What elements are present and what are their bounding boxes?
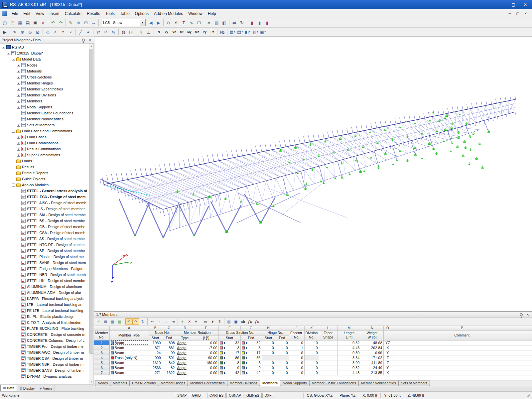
cell-comment[interactable] — [392, 350, 532, 355]
cell-division[interactable] — [304, 355, 319, 360]
undo-table-icon[interactable]: ↶ — [125, 318, 132, 325]
cell-length[interactable]: 0.82 — [337, 365, 361, 370]
rename-ab-icon[interactable]: ab — [239, 318, 246, 325]
cell-member-type[interactable]: Beam — [109, 370, 149, 375]
tree-item-kappa-flexural-buckling-analysis[interactable]: KAPPA - Flexural buckling analysis — [1, 296, 88, 302]
cell-eccentricity[interactable]: 0 — [289, 350, 304, 355]
member-row-6[interactable]: 6Beam256682Angle0.00I9I906000.8224.49Y — [94, 365, 532, 370]
zoom-window-icon[interactable]: ⊞ — [82, 19, 90, 26]
cell-eccentricity[interactable]: 1 — [289, 345, 304, 350]
results-diagram-icon[interactable]: ∿ — [188, 19, 195, 26]
export-table-icon[interactable]: ▣ — [232, 318, 239, 325]
row-up-icon[interactable]: ↑ — [156, 318, 163, 325]
header-member-no[interactable]: MemberNo. — [94, 330, 109, 340]
scroll-up-icon[interactable]: ▲ — [89, 44, 93, 48]
cell-node-end[interactable]: 881 — [162, 345, 176, 350]
result-pz-icon[interactable]: Pz — [208, 28, 216, 36]
formula-fx-icon[interactable]: ƒx — [246, 318, 253, 325]
header-member-type[interactable]: Member Type — [109, 330, 149, 340]
cell-comment[interactable] — [392, 370, 532, 375]
cell-eccentricity[interactable]: 0 — [289, 370, 304, 375]
member-row-1[interactable]: 1Beam1930808Angle0.00I32I3200000.8248.68… — [94, 340, 532, 345]
cell-rotation-type[interactable]: Angle — [176, 345, 194, 350]
cell-rotation-beta[interactable]: -7.00 — [194, 345, 218, 350]
cell-weight[interactable]: 213.85 — [361, 370, 383, 375]
collapse-icon[interactable]: − — [12, 58, 15, 61]
table-close-icon[interactable]: ✕ — [525, 313, 530, 317]
table-settings-icon[interactable]: ▥ — [225, 318, 232, 325]
collapse-icon[interactable]: − — [7, 52, 10, 55]
header-member-rotation[interactable]: Member Rotation — [176, 330, 218, 335]
mdi-restore-button[interactable]: ▢ — [514, 11, 521, 17]
cell-cs-start[interactable]: I9 — [218, 365, 240, 370]
tree-item-fe-ltb-lateral-torsional-buckling[interactable]: FE-LTB - Lateral-torsional buckling — [1, 308, 88, 314]
cell-hinge-end[interactable]: 0 — [275, 340, 289, 345]
column-letter-B[interactable]: B — [149, 326, 162, 330]
tree-item-load-combinations[interactable]: +Load Combinations — [1, 140, 88, 146]
cell-division[interactable]: 0 — [304, 350, 319, 355]
cell-orientation[interactable]: Z — [383, 355, 392, 360]
cell-hinge-start[interactable] — [262, 355, 275, 360]
maximize-button[interactable]: ▢ — [507, 1, 519, 9]
previous-load-case-icon[interactable]: ◀ — [147, 19, 155, 26]
table-tab-cross-sections[interactable]: Cross-Sections — [129, 380, 158, 386]
navigator-close-icon[interactable]: ✕ — [87, 38, 92, 42]
generate-model-icon[interactable]: ∗ — [205, 19, 213, 26]
table-tab-members[interactable]: Members — [260, 380, 280, 386]
tree-item-timber-pro-design-of-timber-me[interactable]: TIMBER Pro - Design of timber me — [1, 343, 88, 349]
status-toggle-osnap[interactable]: OSNAP — [226, 393, 243, 398]
cell-rotation-type[interactable]: Angle — [176, 350, 194, 355]
cell-member-type[interactable]: Beam — [109, 345, 149, 350]
cell-node-end[interactable]: 842 — [162, 360, 176, 365]
cell-taper-shape[interactable] — [319, 355, 337, 360]
cell-node-start[interactable]: 909 — [149, 355, 162, 360]
show-loads-icon[interactable]: ↡ — [137, 28, 145, 36]
column-letter-P[interactable]: P — [392, 326, 532, 330]
table-tab-member-hinges[interactable]: Member Hinges — [158, 380, 188, 386]
tree-item-result-combinations[interactable]: +Result Combinations — [1, 146, 88, 152]
tree-item-member-hinges[interactable]: +Member Hinges — [1, 80, 88, 86]
column-letter-G[interactable]: G — [240, 326, 262, 330]
column-letter-F[interactable]: F — [218, 326, 240, 330]
cell-cs-start[interactable]: L42 — [218, 370, 240, 375]
tree-item-guide-objects[interactable]: Guide Objects — [1, 176, 88, 182]
column-letter-I[interactable]: I — [275, 326, 289, 330]
load-case-selector[interactable]: LC5 - Snow▼ — [101, 19, 146, 26]
undo-icon[interactable]: ↶ — [49, 19, 57, 26]
cell-node-start[interactable]: 24 — [149, 350, 162, 355]
cell-cs-start[interactable]: I17 — [218, 350, 240, 355]
cell-cs-end[interactable]: I32 — [240, 340, 262, 345]
menu-insert[interactable]: Insert — [47, 10, 62, 17]
subheader-hinge-start[interactable]: Start — [262, 335, 275, 340]
table-tab-member-nonlinearities[interactable]: Member Nonlinearities — [358, 380, 399, 386]
cell-cs-start[interactable]: I86 — [218, 355, 240, 360]
show-supports-icon[interactable]: ⊥ — [145, 28, 153, 36]
result-moment-mz-icon[interactable]: Mz — [193, 28, 201, 36]
cell-rotation-type[interactable]: Angle — [176, 360, 194, 365]
tree-item-member-divisions[interactable]: +Member Divisions — [1, 92, 88, 98]
expand-icon[interactable]: + — [17, 70, 20, 73]
member-row-7[interactable]: 7Beam2711322Angle0.00L42L4200004.43213.8… — [94, 370, 532, 375]
tree-item-plate-buckling-plate-buckling[interactable]: PLATE-BUCKLING - Plate buckling — [1, 326, 88, 332]
find-object-icon[interactable]: ⊙ — [165, 19, 172, 26]
zoom-plus-icon[interactable]: ⊕ — [19, 28, 26, 36]
tree-item-steel-sans-design-of-steel-mem[interactable]: STEEL SANS - Design of steel mem — [1, 260, 88, 266]
tree-item-190315-dlubal[interactable]: −190315_Dlubal* — [1, 50, 88, 56]
tree-item-steel-bs-design-of-steel-membe[interactable]: STEEL BS - Design of steel membe — [1, 218, 88, 224]
cell-rotation-type[interactable]: Angle — [176, 355, 194, 360]
cell-hinge-start[interactable]: 0 — [262, 365, 275, 370]
cell-cs-start[interactable]: I3 — [218, 345, 240, 350]
expand-icon[interactable]: + — [17, 94, 20, 97]
tree-item-steel-hk-design-of-steel-membe[interactable]: STEEL HK - Design of steel membe — [1, 278, 88, 284]
header-o-column[interactable] — [383, 330, 392, 340]
cell-eccentricity[interactable]: 0 — [289, 360, 304, 365]
delete-row-icon[interactable]: ✕ — [186, 318, 193, 325]
cell-hinge-start[interactable]: 0 — [262, 370, 275, 375]
show-tables-icon[interactable]: ▥ — [213, 19, 220, 26]
cell-hinge-end[interactable]: 6 — [275, 365, 289, 370]
cell-cs-end[interactable]: L42 — [240, 370, 262, 375]
member-row-2[interactable]: 2Beam871881Angle-7.00I3I300104.43262.84X — [94, 345, 532, 350]
result-normal-force-icon[interactable]: N — [155, 28, 163, 36]
expand-icon[interactable]: + — [17, 100, 20, 103]
status-toggle-grid[interactable]: GRID — [190, 393, 203, 398]
